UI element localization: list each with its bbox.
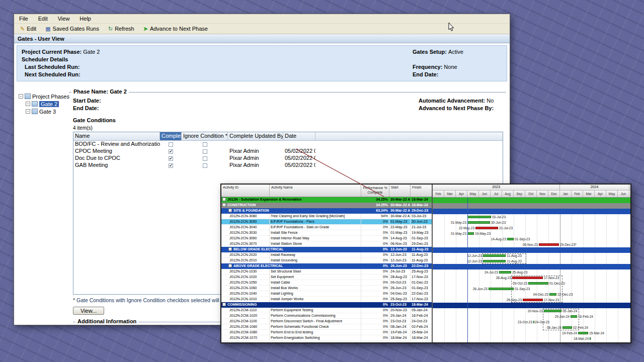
activity-row[interactable]: J012N-2CN-3080Tree Clearing and Early Si…	[221, 214, 432, 219]
tree-item-gate-2-label: Gate 2	[39, 101, 59, 107]
gantt-bar[interactable]	[590, 337, 591, 340]
group-band-row[interactable]: -ABOVE GRADE ELECTRICAL0%26-Jun-2322-Dec…	[221, 263, 432, 269]
activity-row[interactable]: J012N-2CM-1070Perform Energization Switc…	[221, 335, 432, 341]
condition-date: 05/02/2022 0	[283, 162, 315, 169]
activity-name-cell: Install Jumper Works	[270, 297, 361, 302]
row-filler	[315, 155, 503, 162]
collapse-icon[interactable]: -	[222, 198, 226, 201]
row-filler	[315, 141, 503, 148]
group-band-row[interactable]: -COMMISSIONING0%23-Oct-2318-Mar-24	[221, 302, 432, 308]
performance-pct-cell: 0%	[361, 280, 389, 286]
gantt-bar[interactable]	[467, 221, 490, 224]
collapse-icon[interactable]: -	[26, 102, 30, 106]
activity-id-cell: J012N-2CM-1080	[221, 330, 270, 335]
activity-row[interactable]: J012N-2CN-2010Install Grounding0%12-Jun-…	[221, 258, 432, 263]
complete-checkbox[interactable]: ✔	[160, 148, 182, 155]
activity-row[interactable]: J012N-2CM-1100Perform Disconnect Switch …	[221, 319, 432, 324]
gantt-bar[interactable]	[539, 243, 559, 246]
condition-row[interactable]: GAB Meeting✔Pixar Admin05/02/2022 0	[73, 162, 503, 169]
activity-row[interactable]: J012N-2CM-1080Perform End to End testing…	[221, 330, 432, 335]
collapse-icon[interactable]: -	[228, 264, 232, 267]
column-header-updated-by[interactable]: Complete Updated By	[228, 132, 283, 140]
group-band-row[interactable]: -SITE & FOUNDATION63.24%30-Mar-22 A29-De…	[221, 208, 432, 214]
activity-row[interactable]: J012N-2CN-3030Install Site Fence0%01-May…	[221, 230, 432, 236]
gantt-bar-start-label: 01-May-23	[433, 221, 466, 224]
condition-row[interactable]: Doc Due to CPOC✔Pixar Admin05/02/2022 0	[73, 155, 503, 162]
condition-row[interactable]: BOD/FC - Review and Authorization	[73, 141, 503, 148]
collapse-icon[interactable]: -	[222, 203, 226, 207]
activity-row[interactable]: J012N-2CN-3040E/F/R/P Foundations - Slab…	[221, 225, 432, 230]
collapse-icon[interactable]: -	[228, 209, 232, 212]
complete-checkbox[interactable]: ✔	[160, 162, 182, 169]
tree-root-project-phases[interactable]: - Project Phases	[19, 93, 69, 100]
collapse-icon[interactable]: -	[26, 109, 30, 114]
activity-row[interactable]: J012N-2CM-1020Perform Communications Com…	[221, 313, 432, 319]
advance-next-phase-button[interactable]: ➤ Advance to Next Phase	[140, 25, 211, 32]
activity-row[interactable]: J012N-2CN-1020Set Equipment0%28-Aug-2317…	[221, 275, 432, 280]
activity-row[interactable]: J012N-2CM-1110Perform Equipment Testing0…	[221, 308, 432, 313]
activity-row[interactable]: J012N-2CN-3070Install Station Stone0%06-…	[221, 241, 432, 247]
collapse-icon[interactable]: -	[222, 303, 226, 306]
gantt-bar[interactable]	[578, 332, 588, 334]
column-header-date[interactable]: Date	[283, 132, 315, 140]
activity-row[interactable]: J012N-2CN-1030Set Structural Steel0%24-J…	[221, 269, 432, 275]
start-cell: 30-Mar-22 A	[389, 197, 411, 203]
menu-edit[interactable]: Edit	[38, 16, 48, 22]
gantt-month-label: Nov	[537, 191, 548, 197]
conditions-view-button[interactable]: View...	[73, 307, 104, 315]
refresh-button[interactable]: ↻ Refresh	[105, 25, 137, 32]
menu-file[interactable]: File	[19, 16, 28, 22]
tree-item-gate-2[interactable]: - Gate 2	[26, 100, 69, 108]
group-band-row[interactable]: -BELOW GRADE ELECTRICAL0%12-Jun-2311-Aug…	[221, 247, 432, 252]
gantt-bar[interactable]	[475, 227, 498, 229]
start-cell: 18-Mar-24	[389, 335, 411, 341]
activity-row[interactable]: J012N-2CN-1040Install Lighting0%04-Dec-2…	[221, 291, 432, 297]
group-band-row[interactable]: -J012N - Substation Expansion & Renovati…	[221, 197, 432, 203]
start-cell: 23-Oct-23	[389, 302, 411, 308]
column-header-activity-id[interactable]: Activity ID	[221, 185, 270, 197]
gantt-bar[interactable]	[533, 321, 534, 323]
gantt-bar[interactable]	[499, 271, 511, 274]
column-header-ignore[interactable]: Ignore Condition *	[182, 132, 228, 140]
activity-row[interactable]: J012N-2CN-3060Install Interior Road Way0…	[221, 236, 432, 241]
column-header-complete[interactable]: Complete	[160, 132, 182, 140]
collapse-icon[interactable]: -	[228, 247, 232, 251]
band-label-cell: -BELOW GRADE ELECTRICAL	[221, 247, 361, 252]
activity-row[interactable]: J012N-2CN-1050Install Cable0%09-Oct-2301…	[221, 280, 432, 286]
column-header-start[interactable]: Start	[389, 185, 411, 197]
finish-cell: 18-Mar-24	[411, 197, 432, 203]
group-band-row[interactable]: -CONSTRUCTION34.25%30-Mar-22 A18-Mar-24	[221, 203, 432, 208]
activity-row[interactable]: J012N-2CN-1060Install Bus Works0%26-Jun-…	[221, 286, 432, 291]
column-header-activity-name[interactable]: Activity Name	[270, 185, 361, 197]
activity-row[interactable]: J012N-2CM-1060Perform Schematic Function…	[221, 324, 432, 330]
tree-item-gate-3[interactable]: - Gate 3	[26, 108, 69, 115]
menu-view[interactable]: View	[58, 16, 70, 22]
gantt-bar-start-label: 19-Feb-24	[433, 331, 577, 335]
gantt-bar[interactable]	[489, 288, 514, 290]
complete-checkbox[interactable]	[160, 141, 182, 148]
column-header-finish[interactable]: Finish	[411, 185, 432, 197]
menu-help[interactable]: Help	[79, 16, 91, 22]
column-header-performance[interactable]: Performance % Complete	[361, 185, 389, 197]
ignore-condition-checkbox[interactable]	[182, 155, 228, 162]
collapse-icon[interactable]: -	[19, 94, 23, 99]
performance-pct-cell: 0%	[361, 286, 389, 291]
ignore-condition-checkbox[interactable]	[182, 141, 228, 148]
complete-checkbox[interactable]: ✔	[160, 155, 182, 162]
activity-row[interactable]: J012N-2CN-3050E/F/R/P Foundations - Pier…	[221, 219, 432, 225]
condition-row[interactable]: CPOC Meeting✔Pixar Admin05/02/2022 0	[73, 148, 503, 155]
activity-row[interactable]: J012N-2CN-2020Install Raceway0%12-Jun-23…	[221, 252, 432, 258]
activity-row[interactable]: J012N-2CN-1010Install Jumper Works0%25-S…	[221, 297, 432, 302]
start-cell: 26-Jun-23	[389, 263, 411, 269]
performance-pct-cell: 0%	[361, 297, 389, 302]
column-header-name[interactable]: Name	[73, 132, 160, 140]
saved-gates-runs-button[interactable]: ▦ Saved Gates Runs	[42, 25, 102, 32]
row-filler	[315, 148, 503, 155]
column-header-filler	[315, 132, 503, 140]
gantt-bar[interactable]	[507, 238, 514, 240]
edit-button[interactable]: ✎ Edit	[17, 25, 39, 32]
ignore-condition-checkbox[interactable]	[182, 148, 228, 155]
ignore-condition-checkbox[interactable]	[182, 162, 228, 169]
gantt-bar[interactable]	[467, 232, 474, 235]
gantt-bar[interactable]	[467, 216, 491, 218]
